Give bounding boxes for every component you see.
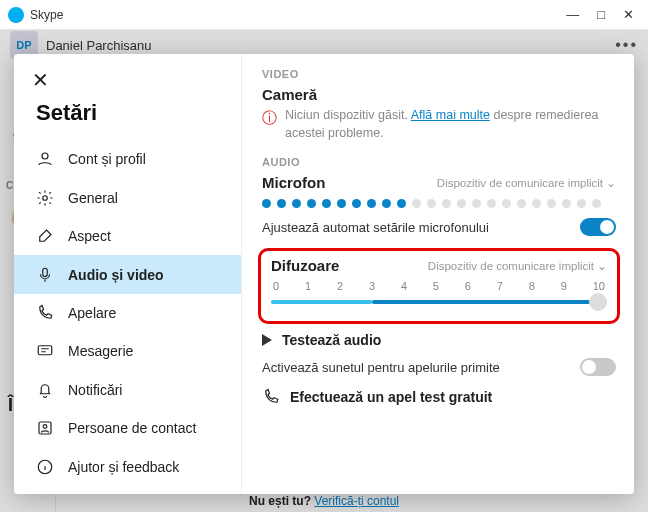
microphone-icon <box>36 266 54 284</box>
ring-incoming-toggle[interactable] <box>580 358 616 376</box>
sidebar-item-label: Apelare <box>68 305 116 321</box>
settings-title: Setări <box>14 94 241 140</box>
settings-sidebar: ✕ Setări Cont și profil General Aspect A… <box>14 54 242 494</box>
camera-heading: Cameră <box>262 86 616 103</box>
sidebar-item-label: Persoane de contact <box>68 420 196 436</box>
phone-icon <box>36 304 54 322</box>
user-icon <box>36 150 54 168</box>
close-icon[interactable]: ✕ <box>14 62 241 94</box>
auto-adjust-label: Ajustează automat setările microfonului <box>262 220 489 235</box>
warning-icon: ⓘ <box>262 107 277 128</box>
sidebar-item-general[interactable]: General <box>14 178 241 216</box>
sidebar-item-notifications[interactable]: Notificări <box>14 371 241 409</box>
volume-slider-thumb[interactable] <box>589 293 607 311</box>
speakers-heading: Difuzoare <box>271 257 339 274</box>
message-icon <box>36 342 54 360</box>
svg-rect-3 <box>38 346 52 355</box>
play-icon <box>262 334 272 346</box>
sidebar-item-label: Audio și video <box>68 267 164 283</box>
audio-section-label: AUDIO <box>262 156 616 168</box>
gear-icon <box>36 189 54 207</box>
test-audio-button[interactable]: Testează audio <box>262 332 616 348</box>
contacts-icon <box>36 419 54 437</box>
settings-content: VIDEO Cameră ⓘ Niciun dispozitiv găsit. … <box>242 54 634 494</box>
sidebar-item-account[interactable]: Cont și profil <box>14 140 241 178</box>
learn-more-link[interactable]: Află mai multe <box>411 108 490 122</box>
sidebar-item-label: Ajutor și feedback <box>68 459 179 475</box>
info-icon <box>36 458 54 476</box>
video-section-label: VIDEO <box>262 68 616 80</box>
sidebar-item-label: Mesagerie <box>68 343 133 359</box>
phone-icon <box>262 388 280 406</box>
maximize-button[interactable]: □ <box>597 7 605 22</box>
volume-slider[interactable] <box>271 295 607 309</box>
sidebar-item-calling[interactable]: Apelare <box>14 294 241 332</box>
svg-point-1 <box>43 195 48 200</box>
sidebar-item-help[interactable]: Ajutor și feedback <box>14 448 241 486</box>
microphone-heading: Microfon <box>262 174 325 191</box>
sidebar-item-appearance[interactable]: Aspect <box>14 217 241 255</box>
bell-icon <box>36 381 54 399</box>
sidebar-item-audio-video[interactable]: Audio și video <box>14 255 241 293</box>
minimize-button[interactable]: — <box>566 7 579 22</box>
app-icon <box>8 7 24 23</box>
svg-point-0 <box>42 153 48 159</box>
speakers-device-select[interactable]: Dispozitiv de comunicare implicit <box>428 259 607 273</box>
no-device-text: Niciun dispozitiv găsit. Află mai multe … <box>285 107 616 142</box>
sidebar-item-label: Aspect <box>68 228 111 244</box>
test-call-button[interactable]: Efectuează un apel test gratuit <box>262 388 616 406</box>
sidebar-item-label: General <box>68 190 118 206</box>
settings-panel: ✕ Setări Cont și profil General Aspect A… <box>14 54 634 494</box>
auto-adjust-toggle[interactable] <box>580 218 616 236</box>
ring-incoming-label: Activează sunetul pentru apelurile primi… <box>262 360 500 375</box>
svg-point-5 <box>43 425 47 429</box>
microphone-level-meter <box>262 199 616 208</box>
speakers-highlight: Difuzoare Dispozitiv de comunicare impli… <box>258 248 620 324</box>
sidebar-item-label: Notificări <box>68 382 122 398</box>
app-name: Skype <box>30 8 63 22</box>
volume-ticks: 012345678910 <box>271 280 607 292</box>
sidebar-item-messaging[interactable]: Mesagerie <box>14 332 241 370</box>
brush-icon <box>36 227 54 245</box>
microphone-device-select[interactable]: Dispozitiv de comunicare implicit <box>437 176 616 190</box>
svg-rect-2 <box>43 268 48 276</box>
close-button[interactable]: ✕ <box>623 7 634 22</box>
sidebar-item-contacts[interactable]: Persoane de contact <box>14 409 241 447</box>
sidebar-item-label: Cont și profil <box>68 151 146 167</box>
